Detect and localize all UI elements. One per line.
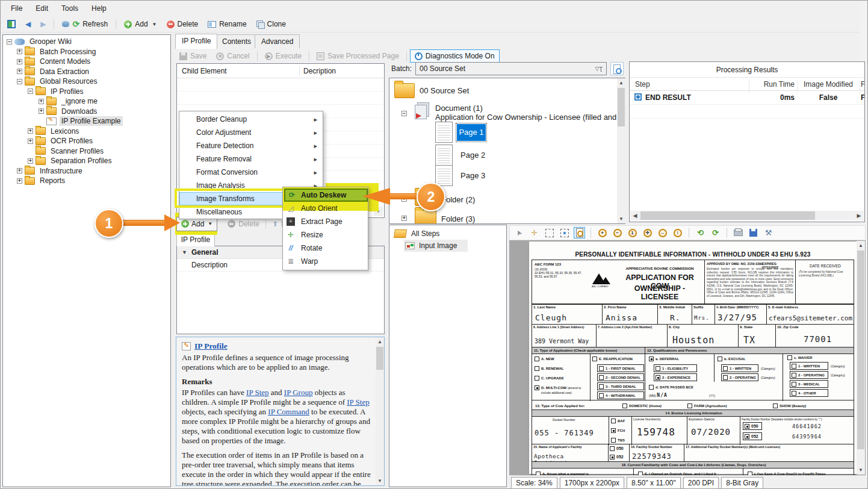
scroll-down-arrow[interactable]: ▼ xyxy=(617,214,625,223)
settings-icon[interactable] xyxy=(763,227,774,238)
rotate-left-icon[interactable] xyxy=(695,227,706,238)
submenu-item[interactable]: ◿ Auto Orient xyxy=(283,202,368,215)
tree-expander[interactable] xyxy=(17,178,22,184)
tree-item[interactable]: Data Extraction xyxy=(3,67,170,77)
tree-expander[interactable] xyxy=(7,39,12,45)
tree-expander[interactable] xyxy=(17,168,22,173)
rotate-right-icon[interactable] xyxy=(710,227,721,238)
delete-button[interactable]: Delete xyxy=(163,18,202,30)
help-link[interactable]: IP Group xyxy=(284,388,313,397)
tree-expander[interactable] xyxy=(17,59,22,64)
tree-item[interactable]: Lexicons xyxy=(3,126,170,137)
context-menu-item[interactable]: Color Adjustment xyxy=(179,126,323,139)
submenu-item[interactable]: ⟳ Auto Deskew xyxy=(284,188,368,202)
column-child-element[interactable]: Child Element xyxy=(182,67,227,75)
tree-item[interactable]: IP Profiles xyxy=(3,87,170,97)
batch-folder-2[interactable]: Folder (2) xyxy=(441,195,475,204)
column-image-modified[interactable]: Image Modified xyxy=(798,80,858,89)
tree-expander[interactable] xyxy=(28,158,33,164)
tab-advanced[interactable]: Advanced xyxy=(255,34,300,48)
property-tab-ip-profile[interactable]: IP Profile xyxy=(176,233,215,246)
add-button[interactable]: Add▼ xyxy=(120,18,160,30)
submenu-item[interactable]: ≡ Extract Page xyxy=(283,215,368,228)
view-batch-button[interactable] xyxy=(610,62,624,75)
zoom-region-icon[interactable] xyxy=(559,227,570,238)
delete-step-button[interactable]: Delete xyxy=(223,218,264,230)
column-description[interactable]: Decription xyxy=(303,67,336,75)
tree-expander[interactable] xyxy=(17,79,22,84)
help-link[interactable]: IP Step xyxy=(246,388,268,397)
execute-button[interactable]: Execute xyxy=(261,50,306,62)
batch-page-2[interactable]: Page 2 xyxy=(460,151,485,160)
submenu-item[interactable]: // Rotate xyxy=(283,241,368,255)
context-menu-item[interactable]: Border Cleanup xyxy=(179,113,323,126)
pointer-tool-icon[interactable] xyxy=(513,227,525,238)
scroll-down-arrow[interactable]: ▼ xyxy=(857,466,865,475)
tree-item[interactable]: Global Resources xyxy=(3,76,170,87)
tree-expander[interactable] xyxy=(28,139,33,144)
tree-item[interactable]: Reports xyxy=(3,176,170,186)
tree-item[interactable]: Downloads xyxy=(3,107,170,117)
document-subtitle[interactable]: Application for Cow Ownership - Licensee… xyxy=(435,113,618,122)
submenu-item[interactable]: ≣ Warp xyxy=(283,255,368,268)
zoom-out-icon[interactable]: − xyxy=(612,227,623,238)
tree-item[interactable]: OCR Profiles xyxy=(3,136,170,146)
back-button[interactable]: ◀ xyxy=(22,18,34,30)
tree-item[interactable]: _ignore me xyxy=(3,96,170,107)
fit-height-icon[interactable]: ↕ xyxy=(672,227,683,238)
save-processed-page-button[interactable]: Save Processed Page xyxy=(312,50,403,62)
tree-item[interactable]: Content Models xyxy=(3,57,170,67)
fit-page-icon[interactable] xyxy=(574,227,585,238)
scroll-right-arrow[interactable]: ▶ xyxy=(854,211,864,220)
tree-expander[interactable] xyxy=(39,99,44,104)
scroll-thumb[interactable] xyxy=(618,88,625,126)
clone-button[interactable]: Clone xyxy=(253,18,290,30)
filter-icon[interactable]: ▽Ʈ xyxy=(595,66,603,72)
document-title[interactable]: Document (1) xyxy=(435,104,483,113)
batch-page-1[interactable]: Page 1 xyxy=(457,124,486,141)
scroll-thumb[interactable] xyxy=(857,251,864,449)
column-run-time[interactable]: Run Time xyxy=(751,80,795,89)
pan-tool-icon[interactable] xyxy=(529,227,540,238)
batch-page-3[interactable]: Page 3 xyxy=(460,171,485,180)
page-thumbnail[interactable] xyxy=(435,145,453,166)
tree-item[interactable]: Infrastructure xyxy=(3,166,170,176)
tree-expander[interactable] xyxy=(39,108,44,114)
menu-item[interactable]: Tools xyxy=(55,2,85,15)
select-region-icon[interactable] xyxy=(544,227,555,238)
page-thumbnail[interactable] xyxy=(435,122,453,143)
tab-ip-profile[interactable]: IP Profile xyxy=(175,34,217,49)
scroll-thumb[interactable] xyxy=(640,211,815,220)
batch-root-label[interactable]: 00 Source Set xyxy=(420,86,469,95)
help-link[interactable]: IP Step xyxy=(347,397,369,406)
tree-expander[interactable] xyxy=(28,89,33,94)
image-viewer-canvas[interactable]: PERSONALLY IDENTIFIABLE INFORMATION - WI… xyxy=(509,240,866,475)
scroll-thumb[interactable] xyxy=(376,347,383,370)
tree-item[interactable]: Scanner Profiles xyxy=(3,146,170,157)
tab-contents[interactable]: Contents xyxy=(215,34,258,48)
results-hscrollbar[interactable]: ◀ ▶ xyxy=(630,211,864,220)
fit-all-icon[interactable]: ✛ xyxy=(642,227,653,238)
forward-button[interactable]: ▶ xyxy=(37,18,49,30)
cancel-button[interactable]: Cancel xyxy=(212,50,253,62)
help-title-link[interactable]: IP Profile xyxy=(194,341,228,351)
tree-item[interactable]: Grooper Wiki xyxy=(3,37,170,47)
menu-item[interactable]: Edit xyxy=(29,2,55,15)
column-step[interactable]: Step xyxy=(635,80,650,89)
batch-scrollbar[interactable]: ▲ ▼ xyxy=(617,78,625,223)
zoom-in-icon[interactable]: + xyxy=(597,227,608,238)
context-menu-item[interactable]: Feature Detection xyxy=(179,139,323,152)
page-thumbnail[interactable] xyxy=(435,165,453,186)
scroll-left-arrow[interactable]: ◀ xyxy=(630,211,640,220)
menu-item[interactable]: File xyxy=(4,2,29,15)
steps-root[interactable]: All Steps xyxy=(389,225,506,240)
scroll-up-arrow[interactable]: ▲ xyxy=(376,337,384,346)
submenu-item[interactable]: ✛ Resize xyxy=(283,228,368,241)
menu-item[interactable]: Help xyxy=(85,2,113,15)
scroll-up-arrow[interactable]: ▲ xyxy=(617,78,625,87)
result-row-end-result[interactable]: END RESULT 0ms False F xyxy=(630,91,864,105)
tree-expander[interactable] xyxy=(17,49,22,54)
scroll-up-arrow[interactable]: ▲ xyxy=(857,241,865,250)
print-icon[interactable] xyxy=(733,227,744,238)
context-menu-item[interactable]: Format Conversion xyxy=(179,166,323,179)
